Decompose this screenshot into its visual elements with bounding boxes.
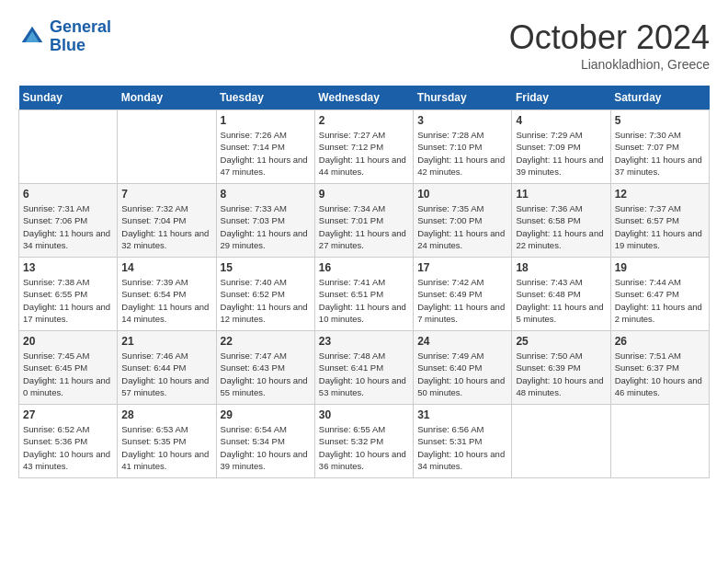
day-number: 14 [121, 261, 211, 274]
weekday-header: Thursday [414, 86, 512, 110]
sunrise-text: Sunrise: 7:41 AM [319, 276, 409, 288]
calendar-cell: 21 Sunrise: 7:46 AM Sunset: 6:44 PM Dayl… [118, 331, 216, 405]
sunrise-text: Sunrise: 7:31 AM [23, 202, 113, 214]
sunset-text: Sunset: 7:10 PM [417, 141, 507, 153]
calendar-cell: 28 Sunrise: 6:53 AM Sunset: 5:35 PM Dayl… [118, 405, 216, 478]
day-info: Sunrise: 6:54 AM Sunset: 5:34 PM Dayligh… [221, 423, 311, 472]
daylight-text: Daylight: 11 hours and 12 minutes. [221, 301, 311, 326]
day-info: Sunrise: 7:42 AM Sunset: 6:49 PM Dayligh… [417, 276, 507, 325]
calendar-cell: 16 Sunrise: 7:41 AM Sunset: 6:51 PM Dayl… [314, 258, 413, 331]
calendar-cell: 22 Sunrise: 7:47 AM Sunset: 6:43 PM Dayl… [216, 331, 314, 405]
sunset-text: Sunset: 6:40 PM [417, 362, 507, 373]
sunset-text: Sunset: 7:09 PM [516, 141, 606, 153]
day-info: Sunrise: 7:39 AM Sunset: 6:54 PM Dayligh… [121, 276, 211, 325]
calendar-cell: 15 Sunrise: 7:40 AM Sunset: 6:52 PM Dayl… [216, 258, 314, 331]
calendar-cell: 27 Sunrise: 6:52 AM Sunset: 5:36 PM Dayl… [19, 405, 118, 478]
sunrise-text: Sunrise: 6:53 AM [121, 423, 211, 435]
day-info: Sunrise: 6:53 AM Sunset: 5:35 PM Dayligh… [121, 423, 211, 472]
daylight-text: Daylight: 10 hours and 36 minutes. [319, 448, 409, 473]
weekday-header: Monday [118, 86, 216, 110]
weekday-header: Sunday [19, 86, 118, 110]
daylight-text: Daylight: 11 hours and 42 minutes. [417, 154, 507, 178]
sunrise-text: Sunrise: 7:33 AM [221, 202, 311, 214]
day-number: 6 [23, 188, 113, 201]
sunset-text: Sunset: 7:03 PM [221, 214, 311, 226]
day-number: 22 [221, 335, 311, 348]
day-number: 16 [319, 261, 409, 274]
calendar-week-row: 6 Sunrise: 7:31 AM Sunset: 7:06 PM Dayli… [19, 184, 710, 258]
sunrise-text: Sunrise: 7:50 AM [516, 350, 606, 362]
daylight-text: Daylight: 10 hours and 41 minutes. [121, 448, 211, 473]
logo-icon [18, 23, 46, 51]
sunset-text: Sunset: 6:55 PM [23, 288, 113, 300]
daylight-text: Daylight: 11 hours and 19 minutes. [615, 227, 705, 252]
sunset-text: Sunset: 6:47 PM [615, 288, 705, 300]
day-info: Sunrise: 7:29 AM Sunset: 7:09 PM Dayligh… [516, 129, 606, 178]
daylight-text: Daylight: 10 hours and 50 minutes. [417, 374, 507, 399]
daylight-text: Daylight: 10 hours and 48 minutes. [516, 374, 606, 399]
sunset-text: Sunset: 7:00 PM [417, 214, 507, 226]
sunrise-text: Sunrise: 7:32 AM [121, 202, 211, 214]
day-info: Sunrise: 7:41 AM Sunset: 6:51 PM Dayligh… [319, 276, 409, 325]
calendar-header-row: SundayMondayTuesdayWednesdayThursdayFrid… [19, 86, 710, 110]
sunset-text: Sunset: 6:52 PM [221, 288, 311, 300]
sunrise-text: Sunrise: 7:49 AM [417, 350, 507, 362]
sunset-text: Sunset: 6:37 PM [615, 362, 705, 373]
calendar-week-row: 13 Sunrise: 7:38 AM Sunset: 6:55 PM Dayl… [19, 258, 710, 331]
sunrise-text: Sunrise: 6:54 AM [221, 423, 311, 435]
calendar-cell [610, 405, 709, 478]
title-block: October 2024 Lianokladhion, Greece [509, 18, 710, 72]
daylight-text: Daylight: 11 hours and 34 minutes. [23, 227, 113, 252]
sunset-text: Sunset: 7:01 PM [319, 214, 409, 226]
sunset-text: Sunset: 5:31 PM [417, 435, 507, 447]
calendar-table: SundayMondayTuesdayWednesdayThursdayFrid… [18, 86, 710, 478]
calendar-cell: 17 Sunrise: 7:42 AM Sunset: 6:49 PM Dayl… [414, 258, 512, 331]
day-info: Sunrise: 7:38 AM Sunset: 6:55 PM Dayligh… [23, 276, 113, 325]
sunset-text: Sunset: 6:54 PM [121, 288, 211, 300]
month-title: October 2024 [509, 18, 710, 57]
daylight-text: Daylight: 10 hours and 43 minutes. [23, 448, 113, 473]
daylight-text: Daylight: 11 hours and 32 minutes. [121, 227, 211, 252]
calendar-week-row: 20 Sunrise: 7:45 AM Sunset: 6:45 PM Dayl… [19, 331, 710, 405]
weekday-header: Friday [512, 86, 610, 110]
day-info: Sunrise: 7:49 AM Sunset: 6:40 PM Dayligh… [417, 350, 507, 398]
daylight-text: Daylight: 11 hours and 10 minutes. [319, 301, 409, 326]
calendar-cell: 19 Sunrise: 7:44 AM Sunset: 6:47 PM Dayl… [610, 258, 709, 331]
weekday-header: Tuesday [216, 86, 314, 110]
day-info: Sunrise: 6:56 AM Sunset: 5:31 PM Dayligh… [417, 423, 507, 472]
sunrise-text: Sunrise: 6:56 AM [417, 423, 507, 435]
day-info: Sunrise: 7:40 AM Sunset: 6:52 PM Dayligh… [221, 276, 311, 325]
sunrise-text: Sunrise: 7:48 AM [319, 350, 409, 362]
calendar-cell [118, 110, 216, 184]
day-number: 15 [221, 261, 311, 274]
sunset-text: Sunset: 6:45 PM [23, 362, 113, 373]
sunrise-text: Sunrise: 7:35 AM [417, 202, 507, 214]
sunrise-text: Sunrise: 7:29 AM [516, 129, 606, 141]
sunrise-text: Sunrise: 7:36 AM [516, 202, 606, 214]
day-info: Sunrise: 7:44 AM Sunset: 6:47 PM Dayligh… [615, 276, 705, 325]
daylight-text: Daylight: 11 hours and 29 minutes. [221, 227, 311, 252]
day-number: 3 [417, 114, 507, 127]
day-info: Sunrise: 7:45 AM Sunset: 6:45 PM Dayligh… [23, 350, 113, 398]
sunset-text: Sunset: 5:36 PM [23, 435, 113, 447]
sunrise-text: Sunrise: 7:51 AM [615, 350, 705, 362]
day-number: 1 [221, 114, 311, 127]
day-number: 23 [319, 335, 409, 348]
day-info: Sunrise: 7:35 AM Sunset: 7:00 PM Dayligh… [417, 202, 507, 251]
daylight-text: Daylight: 10 hours and 55 minutes. [221, 374, 311, 399]
day-number: 31 [417, 408, 507, 421]
location-subtitle: Lianokladhion, Greece [509, 57, 710, 72]
calendar-cell: 5 Sunrise: 7:30 AM Sunset: 7:07 PM Dayli… [610, 110, 709, 184]
day-number: 28 [121, 408, 211, 421]
calendar-cell [19, 110, 118, 184]
sunset-text: Sunset: 6:44 PM [121, 362, 211, 373]
day-info: Sunrise: 7:26 AM Sunset: 7:14 PM Dayligh… [221, 129, 311, 178]
logo-text: General Blue [50, 18, 111, 55]
calendar-cell: 31 Sunrise: 6:56 AM Sunset: 5:31 PM Dayl… [414, 405, 512, 478]
sunrise-text: Sunrise: 7:47 AM [221, 350, 311, 362]
daylight-text: Daylight: 11 hours and 2 minutes. [615, 301, 705, 326]
logo-line1: General [50, 17, 111, 36]
daylight-text: Daylight: 11 hours and 47 minutes. [221, 154, 311, 178]
sunrise-text: Sunrise: 6:55 AM [319, 423, 409, 435]
daylight-text: Daylight: 10 hours and 53 minutes. [319, 374, 409, 399]
